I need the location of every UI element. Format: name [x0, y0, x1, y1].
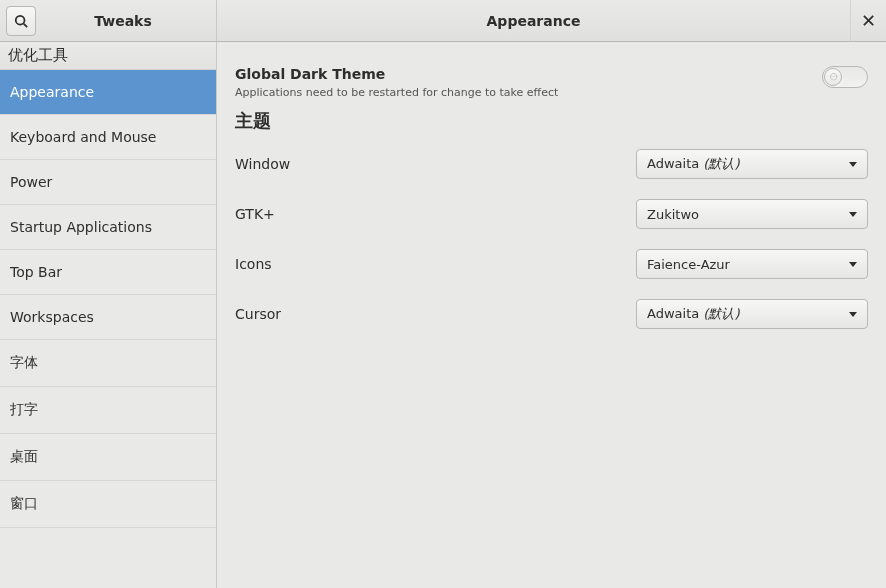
sidebar-item-label: 字体	[10, 354, 38, 370]
chevron-down-icon	[849, 162, 857, 167]
global-dark-theme-sub: Applications need to be restarted for ch…	[235, 86, 822, 99]
setting-label: GTK+	[235, 206, 636, 222]
svg-point-0	[16, 15, 25, 24]
search-icon	[14, 14, 28, 28]
dropdown-value: Zukitwo	[647, 207, 849, 222]
svg-line-1	[24, 23, 28, 27]
dropdown-icons[interactable]: Faience-Azur	[636, 249, 868, 279]
chevron-down-icon	[849, 212, 857, 217]
sidebar-item-label: Top Bar	[10, 264, 62, 280]
toggle-knob-icon: ⦵	[824, 68, 842, 86]
themes-heading: 主题	[235, 109, 868, 133]
setting-row-window: WindowAdwaita (默认)	[235, 149, 868, 179]
sidebar-item-label: Appearance	[10, 84, 94, 100]
sidebar-item-label: 窗口	[10, 495, 38, 511]
dropdown-cursor[interactable]: Adwaita (默认)	[636, 299, 868, 329]
chevron-down-icon	[849, 262, 857, 267]
dropdown-value-text: Adwaita	[647, 306, 703, 321]
sidebar-header: 优化工具	[0, 42, 216, 70]
sidebar-item-label: Power	[10, 174, 52, 190]
global-dark-theme-texts: Global Dark Theme Applications need to b…	[235, 66, 822, 99]
sidebar-item-appearance[interactable]: Appearance	[0, 70, 216, 115]
sidebar-item-label: 桌面	[10, 448, 38, 464]
header-right: Appearance ✕	[217, 0, 886, 41]
dropdown-value-text: Adwaita	[647, 156, 703, 171]
sidebar-item-top-bar[interactable]: Top Bar	[0, 250, 216, 295]
close-button[interactable]: ✕	[850, 0, 886, 41]
panel-title: Appearance	[217, 13, 850, 29]
sidebar-item-桌面[interactable]: 桌面	[0, 434, 216, 481]
dropdown-default-suffix: (默认)	[703, 306, 739, 321]
global-dark-theme-title: Global Dark Theme	[235, 66, 822, 82]
header-left: Tweaks	[0, 0, 217, 41]
setting-label: Window	[235, 156, 636, 172]
dropdown-value: Faience-Azur	[647, 257, 849, 272]
setting-row-cursor: CursorAdwaita (默认)	[235, 299, 868, 329]
sidebar-item-字体[interactable]: 字体	[0, 340, 216, 387]
header-bar: Tweaks Appearance ✕	[0, 0, 886, 42]
close-icon: ✕	[861, 10, 876, 31]
sidebar-item-keyboard-and-mouse[interactable]: Keyboard and Mouse	[0, 115, 216, 160]
setting-row-gtk-: GTK+Zukitwo	[235, 199, 868, 229]
search-button[interactable]	[6, 6, 36, 36]
sidebar-item-窗口[interactable]: 窗口	[0, 481, 216, 528]
body: 优化工具 AppearanceKeyboard and MousePowerSt…	[0, 42, 886, 588]
chevron-down-icon	[849, 312, 857, 317]
dropdown-gtk-[interactable]: Zukitwo	[636, 199, 868, 229]
setting-row-icons: IconsFaience-Azur	[235, 249, 868, 279]
setting-label: Cursor	[235, 306, 636, 322]
sidebar-item-power[interactable]: Power	[0, 160, 216, 205]
sidebar-item-label: Keyboard and Mouse	[10, 129, 156, 145]
content-panel: Global Dark Theme Applications need to b…	[217, 42, 886, 588]
dropdown-window[interactable]: Adwaita (默认)	[636, 149, 868, 179]
sidebar-item-打字[interactable]: 打字	[0, 387, 216, 434]
sidebar-item-label: Workspaces	[10, 309, 94, 325]
global-dark-theme-toggle[interactable]: ⦵	[822, 66, 868, 88]
setting-label: Icons	[235, 256, 636, 272]
sidebar: 优化工具 AppearanceKeyboard and MousePowerSt…	[0, 42, 217, 588]
sidebar-item-label: Startup Applications	[10, 219, 152, 235]
global-dark-theme-row: Global Dark Theme Applications need to b…	[235, 66, 868, 99]
dropdown-default-suffix: (默认)	[703, 156, 739, 171]
sidebar-item-label: 打字	[10, 401, 38, 417]
sidebar-item-workspaces[interactable]: Workspaces	[0, 295, 216, 340]
app-title: Tweaks	[36, 13, 210, 29]
dropdown-value: Adwaita (默认)	[647, 155, 849, 173]
sidebar-item-startup-applications[interactable]: Startup Applications	[0, 205, 216, 250]
dropdown-value: Adwaita (默认)	[647, 305, 849, 323]
